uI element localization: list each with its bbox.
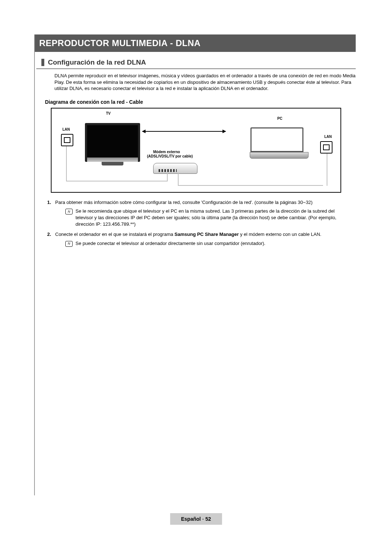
lan-right-label: LAN [324, 135, 332, 139]
cable-line [66, 146, 68, 181]
side-rule [34, 34, 35, 495]
tv-stand-icon [102, 162, 123, 165]
modem-icon [153, 163, 197, 174]
banner-title: REPRODUCTOR MULTIMEDIA - DLNA [34, 34, 356, 52]
cable-line [178, 173, 179, 185]
modem-label-2: (ADSL/VDSL/TV por cable) [147, 154, 193, 158]
note-row: N Se le recomienda que ubique el televis… [65, 208, 352, 228]
list-item: 1. Para obtener más información sobre có… [47, 199, 352, 206]
step2-post: y el módem externo con un cable LAN. [239, 232, 322, 237]
lan-left-label: LAN [62, 127, 70, 131]
section-bullet-icon [41, 59, 44, 66]
section-title: Configuración de la red DLNA [48, 58, 146, 66]
step-number: 2. [47, 231, 55, 238]
note-icon: N [65, 241, 73, 247]
arrow-bidirectional-icon [142, 131, 226, 132]
step-text: Conecte el ordenador en el que se instal… [55, 231, 352, 238]
list-item: 2. Conecte el ordenador en el que se ins… [47, 231, 352, 238]
note-row: N Se puede conectar el televisor al orde… [65, 240, 352, 247]
footer-dash: - [201, 516, 205, 522]
footer-page: 52 [205, 516, 211, 522]
lan-port-icon [320, 141, 332, 154]
note-text: Se puede conectar el televisor al ordena… [75, 240, 352, 247]
cable-line [167, 173, 168, 181]
cable-line [66, 181, 167, 182]
pc-label: PC [277, 116, 282, 120]
connection-diagram: TV PC LAN LAN Módem externo (ADSL/VDSL/T… [51, 108, 341, 193]
step2-pre: Conecte el ordenador en el que se instal… [55, 232, 175, 237]
divider [36, 69, 356, 69]
tv-icon [85, 123, 140, 162]
footer-language: Español [181, 516, 201, 522]
step-number: 1. [47, 199, 55, 206]
step-text: Para obtener más información sobre cómo … [55, 199, 352, 206]
section-heading: Configuración de la red DLNA [36, 58, 356, 66]
diagram-subheading: Diagrama de conexión con la red - Cable [45, 99, 356, 105]
cable-line [178, 185, 323, 187]
page-footer: Español - 52 [170, 513, 222, 525]
note-text: Se le recomienda que ubique el televisor… [75, 208, 352, 228]
lan-port-icon [61, 134, 73, 146]
steps-list: 1. Para obtener más información sobre có… [47, 199, 352, 247]
tv-label: TV [106, 111, 111, 115]
note-icon: N [65, 209, 73, 214]
modem-label-1: Módem externo [153, 150, 180, 154]
intro-paragraph: DLNA permite reproducir en el televisor … [54, 73, 356, 92]
laptop-icon [250, 127, 304, 156]
step2-bold: Samsung PC Share Manager [175, 232, 239, 237]
cable-line [326, 154, 327, 186]
